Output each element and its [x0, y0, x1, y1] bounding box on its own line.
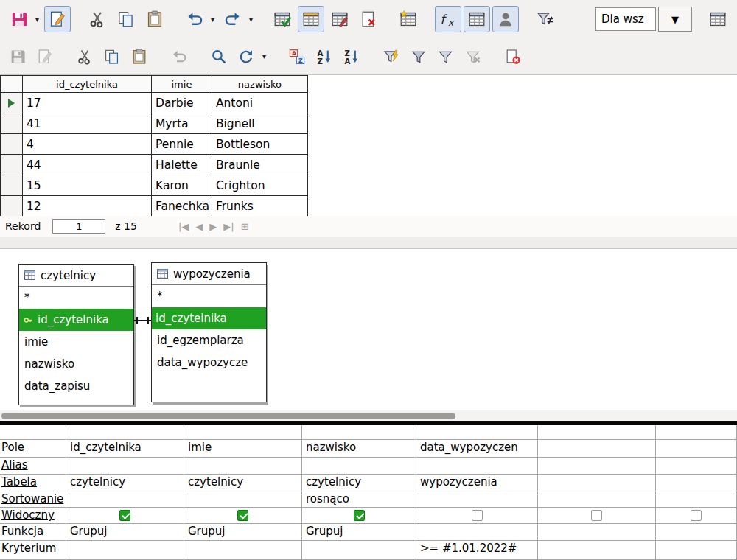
results-cell[interactable]: Bottleson — [212, 134, 307, 155]
field-row[interactable]: id_egzemplarza — [152, 329, 266, 351]
grid-cell-widoczny-c6[interactable] — [656, 508, 737, 524]
grid-cell-pole-c1[interactable]: id_czytelnika — [66, 440, 184, 458]
results-cell[interactable]: Darbie — [152, 93, 212, 113]
pane-splitter[interactable] — [0, 237, 737, 249]
grid-cell-tabela-c6[interactable] — [656, 475, 737, 491]
distinct-values-button[interactable] — [532, 6, 559, 32]
grid-cell-tabela-c5[interactable] — [538, 475, 656, 491]
grid-cell-widoczny-c3[interactable] — [302, 508, 416, 524]
grid-cell-funkcja-c1[interactable]: Grupuj — [66, 524, 184, 541]
paste-button[interactable] — [142, 6, 168, 32]
results-cell[interactable]: Antoni — [212, 93, 307, 113]
field-row[interactable]: imie — [19, 331, 133, 353]
sort-button[interactable]: AZ — [285, 45, 309, 69]
new-record-button[interactable]: ⊞ — [241, 221, 249, 232]
grid-cell-pole-c5[interactable] — [538, 440, 656, 458]
visible-checkbox[interactable] — [591, 510, 602, 521]
grid-cell-widoczny-c4[interactable] — [416, 508, 538, 524]
results-column-header[interactable]: imie — [152, 76, 212, 93]
grid-cell-pole-c4[interactable]: data_wypozyczen — [416, 440, 538, 458]
horizontal-scrollbar[interactable] — [0, 410, 737, 421]
edit-query-button[interactable] — [44, 6, 71, 32]
grid-cell-pole-c3[interactable]: nazwisko — [302, 440, 416, 458]
row-selector[interactable] — [1, 113, 23, 134]
table-box-wypozyczenia[interactable]: wypozyczenia*id_czytelnikaid_egzemplarza… — [151, 262, 267, 402]
field-row[interactable]: * — [152, 285, 266, 307]
results-cell[interactable]: 4 — [23, 134, 152, 155]
results-cell[interactable]: 17 — [23, 93, 152, 113]
visible-checkbox[interactable] — [472, 510, 483, 521]
grid-cell-funkcja-c4[interactable] — [416, 524, 538, 541]
find-record-button[interactable] — [207, 45, 231, 69]
autofilter-button[interactable] — [380, 45, 403, 69]
field-row[interactable]: nazwisko — [19, 353, 133, 375]
design-view-toggle[interactable] — [298, 6, 324, 32]
field-row[interactable]: id_czytelnika — [19, 309, 133, 331]
sort-descending-button[interactable]: ZA — [340, 45, 363, 69]
results-column-header[interactable]: nazwisko — [212, 76, 307, 93]
field-row[interactable]: * — [19, 287, 133, 309]
visible-checkbox[interactable] — [237, 510, 248, 521]
grid-cell-tabela-c4[interactable]: wypozyczenia — [416, 475, 538, 491]
previous-record-button[interactable]: ◀ — [195, 221, 203, 232]
grid-cell-pole-c6[interactable] — [656, 440, 737, 458]
grid-cell-alias-c2[interactable] — [184, 458, 302, 475]
grid-cell-funkcja-c6[interactable] — [656, 524, 737, 541]
grid-cell-kryterium-c1[interactable] — [66, 541, 184, 560]
results-cell[interactable]: Braunle — [212, 155, 307, 175]
table-row-toggle[interactable] — [464, 6, 490, 32]
table-box-title[interactable]: czytelnicy — [19, 265, 133, 287]
data-source-table-button[interactable] — [705, 6, 731, 32]
row-selector[interactable] — [1, 93, 23, 113]
refresh-button[interactable] — [234, 45, 258, 69]
grid-cell-kryterium-c3[interactable] — [302, 541, 416, 560]
alias-row-toggle[interactable] — [492, 6, 519, 32]
results-cell[interactable]: Myrta — [152, 113, 212, 134]
paste-data-button[interactable] — [128, 45, 151, 69]
results-cell[interactable]: Fanechka — [152, 196, 212, 217]
table-box-czytelnicy[interactable]: czytelnicy*id_czytelnikaimienazwiskodata… — [18, 264, 134, 405]
grid-cell-tabela-c3[interactable]: czytelnicy — [302, 475, 416, 491]
grid-cell-sortowanie-c4[interactable] — [416, 491, 538, 508]
grid-cell-alias-c1[interactable] — [66, 458, 184, 475]
copy-button[interactable] — [113, 6, 139, 32]
grid-cell-widoczny-c2[interactable] — [184, 508, 302, 524]
grid-cell-kryterium-c2[interactable] — [184, 541, 302, 560]
first-record-button[interactable]: |◀ — [178, 221, 189, 232]
functions-row-toggle[interactable]: fx — [435, 6, 461, 32]
grid-cell-widoczny-c5[interactable] — [538, 508, 656, 524]
results-cell[interactable]: Halette — [152, 155, 212, 175]
copy-data-button[interactable] — [100, 45, 124, 69]
sql-view-button[interactable] — [326, 6, 353, 32]
delete-record-button[interactable] — [501, 45, 525, 69]
refresh-button-dropdown[interactable]: ▾ — [259, 43, 269, 70]
limit-combobox-dropdown[interactable]: ▼ — [658, 7, 692, 32]
results-cell[interactable]: 44 — [23, 155, 152, 175]
table-box-title[interactable]: wypozyczenia — [152, 263, 266, 285]
field-row[interactable]: data_zapisu — [19, 375, 133, 397]
field-row[interactable]: id_czytelnika — [152, 307, 266, 329]
row-selector[interactable] — [1, 155, 23, 175]
next-record-button[interactable]: ▶ — [209, 221, 217, 232]
record-number-input[interactable] — [52, 219, 105, 234]
redo-button[interactable] — [220, 6, 246, 32]
visible-checkbox[interactable] — [691, 510, 702, 521]
grid-cell-widoczny-c1[interactable] — [66, 508, 184, 524]
grid-cell-sortowanie-c5[interactable] — [538, 491, 656, 508]
grid-cell-pole-c2[interactable]: imie — [184, 440, 302, 458]
grid-cell-sortowanie-c3[interactable]: rosnąco — [302, 491, 416, 508]
grid-cell-sortowanie-c2[interactable] — [184, 491, 302, 508]
field-row[interactable]: data_wypozycze — [152, 351, 266, 374]
grid-cell-alias-c5[interactable] — [538, 458, 656, 475]
results-cell[interactable]: Frunks — [212, 196, 307, 217]
grid-cell-kryterium-c6[interactable] — [656, 541, 737, 560]
results-cell[interactable]: 15 — [23, 175, 152, 196]
grid-cell-kryterium-c4[interactable]: >= #1.01.2022# — [416, 541, 538, 560]
save-button[interactable] — [6, 6, 32, 32]
cut-data-button[interactable] — [73, 45, 97, 69]
clear-query-button[interactable] — [355, 6, 382, 32]
redo-button-dropdown[interactable]: ▾ — [246, 6, 256, 32]
grid-cell-alias-c6[interactable] — [656, 458, 737, 475]
grid-cell-funkcja-c2[interactable]: Grupuj — [184, 524, 302, 541]
results-corner-cell[interactable] — [1, 76, 23, 93]
